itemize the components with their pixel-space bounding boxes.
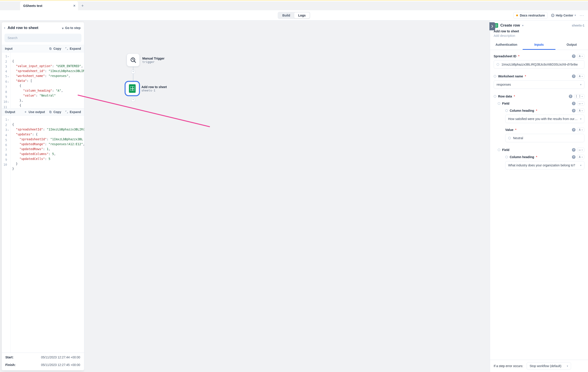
svg-rect-0 — [50, 48, 51, 50]
view-switch: Build Logs — [278, 12, 310, 19]
input-gutter: 1▾2 3 4 5▾6▾7 8 9 10▾11 — [2, 52, 10, 108]
step-description-placeholder[interactable]: Add description — [494, 34, 584, 37]
worksheet-select[interactable]: responses ▾ — [494, 80, 584, 89]
help-icon[interactable]: ? — [572, 128, 576, 132]
help-center-label: Help Center — [556, 14, 573, 17]
error-label: If a step error occurs: — [494, 364, 523, 368]
docs-restructure-label: Docs restructure — [520, 14, 545, 17]
help-icon[interactable]: ? — [572, 74, 576, 78]
back-button[interactable]: ‹ — [4, 25, 5, 30]
workflow-tab[interactable]: GSheets test × — [20, 1, 78, 10]
field-spreadsheet-id: Spreadsheet ID* ? A ▾ 1ImxzLbBphazzx3BLI… — [494, 54, 584, 69]
copy-input-button[interactable]: Copy — [49, 47, 61, 50]
trigger-icon — [130, 57, 136, 63]
chevron-down-icon: ▾ — [567, 365, 568, 368]
step-subtitle[interactable]: Add row to sheet — [494, 30, 584, 33]
sheets-tile[interactable] — [126, 82, 139, 95]
pin-icon — [508, 137, 511, 139]
output-section-header: Output Use output Copy Expand — [2, 108, 84, 116]
annotation-arrow — [78, 94, 210, 127]
help-icon[interactable]: ? — [572, 102, 576, 105]
finish-value: 05/11/2023 12:27:45 +00:00 — [25, 363, 81, 367]
tab-authentication[interactable]: Authentication — [490, 40, 523, 50]
cursor-icon — [62, 26, 64, 30]
help-icon[interactable]: ? — [572, 54, 576, 58]
copy-output-button[interactable]: Copy — [49, 110, 61, 114]
new-tab-button[interactable]: + — [78, 1, 87, 10]
close-tab-icon[interactable]: × — [74, 4, 75, 8]
view-logs[interactable]: Logs — [294, 12, 310, 18]
value-1-input[interactable]: Neutral — [505, 134, 584, 142]
add-step-button-top[interactable]: + — [131, 70, 135, 74]
step-inspector-title: Add row to sheet — [8, 26, 38, 30]
node-manual-trigger[interactable]: Manual Trigger trigger — [127, 53, 165, 66]
help-center-menu[interactable]: Help Center ▾ — [551, 14, 576, 17]
workflow-canvas[interactable]: Manual Trigger trigger + Add row to shee… — [84, 21, 490, 372]
tab-inputs[interactable]: Inputs — [523, 40, 555, 50]
column-heading-1-select[interactable]: How satisfied were you with the results … — [505, 115, 584, 123]
output-gutter: 1▾2 3▾4 5 6 7 8 9 10 — [2, 116, 10, 353]
inspector-search-input[interactable] — [4, 34, 81, 42]
step-config-panel: Create row ▾ sheets-1 Add row to sheet A… — [490, 21, 588, 372]
type-string-chip[interactable]: A ▾ — [577, 128, 584, 132]
copy-icon — [49, 110, 52, 114]
chevron-down-icon[interactable]: ▾ — [522, 24, 524, 27]
svg-rect-2 — [50, 112, 51, 113]
input-json-viewer[interactable]: 1▾2 3 4 5▾6▾7 8 9 10▾11 { "value_input_o… — [2, 52, 84, 108]
more-menu-button[interactable]: ⋯ — [579, 13, 584, 18]
input-section-header: Input Copy Expand — [2, 45, 84, 52]
chevron-down-icon: ▾ — [580, 83, 582, 86]
expand-input-button[interactable]: Expand — [65, 47, 81, 50]
workflow-tab-title: GSheets test — [23, 4, 42, 8]
finish-label: Finish: — [5, 363, 25, 367]
expand-output-button[interactable]: Expand — [65, 110, 81, 114]
error-handling-select[interactable]: Stop workflow (default) ▾ — [527, 362, 571, 370]
column-heading-2-select[interactable]: What industry does your organization bel… — [505, 161, 584, 169]
document-tabbar: GSheets test × + — [0, 1, 588, 10]
expand-icon — [65, 47, 68, 50]
main-toolbar: Build Logs Docs restructure Help Center … — [0, 10, 588, 21]
add-step-button-bottom[interactable]: + — [131, 98, 135, 102]
field-row-data: Row data* ? [ ] ▾ — [494, 94, 584, 99]
help-icon[interactable]: ? — [572, 148, 576, 152]
help-icon[interactable]: ? — [569, 94, 572, 98]
pin-icon — [496, 63, 499, 66]
expand-icon — [65, 110, 68, 114]
view-build[interactable]: Build — [278, 12, 294, 18]
start-label: Start: — [5, 355, 25, 359]
use-output-button[interactable]: Use output — [24, 110, 45, 114]
chevron-down-icon: ▾ — [575, 14, 576, 17]
docs-restructure-button[interactable]: Docs restructure — [513, 12, 548, 19]
svg-rect-1 — [50, 48, 51, 49]
trigger-tile[interactable] — [127, 53, 140, 66]
help-icon[interactable]: ? — [572, 155, 576, 159]
status-dot-icon — [516, 14, 518, 16]
chevron-down-icon: ▾ — [580, 164, 582, 167]
copy-icon — [49, 47, 52, 50]
type-object-chip[interactable]: ▭ ▾ — [577, 101, 584, 106]
go-to-step-label: Go to step — [65, 26, 81, 30]
type-string-chip[interactable]: A ▾ — [577, 74, 584, 79]
node1-title: Manual Trigger — [142, 57, 165, 60]
node-add-row[interactable]: Add row to sheet sheets-1 — [126, 82, 167, 95]
output-json-viewer[interactable]: 1▾2 3▾4 5 6 7 8 9 10 { "spreadsheetId": … — [2, 116, 84, 353]
node1-sub: trigger — [142, 60, 165, 63]
type-list-chip[interactable]: [ ] ▾ — [574, 94, 584, 99]
type-string-chip[interactable]: A ▾ — [577, 108, 584, 113]
node2-sub: sheets-1 — [141, 89, 167, 92]
tab-output[interactable]: Output — [556, 40, 588, 50]
collapse-right-panel-button[interactable] — [489, 22, 495, 30]
output-section-label: Output — [5, 110, 15, 114]
type-object-chip[interactable]: ▭ ▾ — [577, 148, 584, 152]
help-icon[interactable]: ? — [572, 109, 576, 112]
type-string-chip[interactable]: A ▾ — [577, 54, 584, 58]
field-worksheet-name: Worksheet name* ? A ▾ responses ▾ — [494, 74, 584, 89]
spreadsheet-id-input[interactable]: 1ImxzLbBphazzx3BLIRQ2BJo3oXt6D3SLkch9-dY… — [494, 60, 584, 69]
type-string-chip[interactable]: A ▾ — [577, 155, 584, 159]
go-to-step-button[interactable]: Go to step — [62, 26, 81, 30]
svg-rect-3 — [50, 111, 51, 113]
error-handling-footer: If a step error occurs: Stop workflow (d… — [490, 360, 588, 372]
edge-1-2 — [133, 66, 133, 82]
chevron-down-icon: ▾ — [580, 118, 582, 120]
step-config-title: Create row — [500, 23, 520, 28]
